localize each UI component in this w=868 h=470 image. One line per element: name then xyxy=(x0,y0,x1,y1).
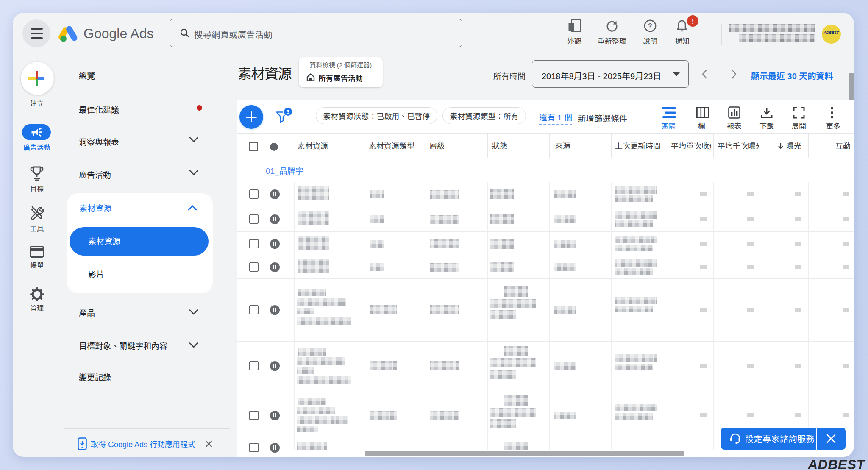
svg-text:?: ? xyxy=(648,22,652,30)
